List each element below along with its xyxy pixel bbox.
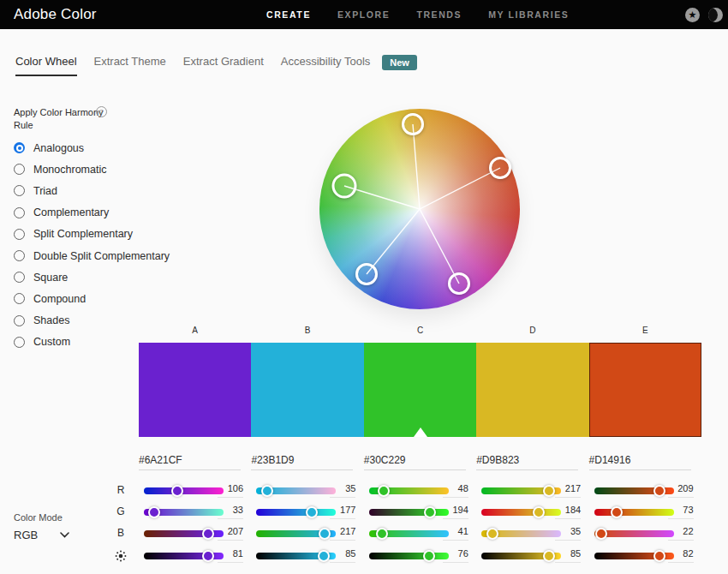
harmony-rule-triad[interactable]: Triad <box>14 180 170 201</box>
swatch-C[interactable] <box>364 343 476 437</box>
E-g-value-input[interactable]: 73 <box>668 505 694 519</box>
E-brightness-slider-handle[interactable] <box>653 550 665 562</box>
harmony-rule-label: Analogous <box>33 142 84 154</box>
wheel-marker-B[interactable] <box>355 263 378 285</box>
tab-color-wheel[interactable]: Color Wheel <box>15 55 77 76</box>
color-wheel[interactable] <box>319 109 520 309</box>
D-g-slider-handle[interactable] <box>533 506 545 518</box>
B-g-slider-handle[interactable] <box>306 506 318 518</box>
B-brightness-slider-handle[interactable] <box>318 550 330 562</box>
hex-input-D[interactable]: #D9B823 <box>476 454 578 470</box>
A-g-value-input[interactable]: 33 <box>218 505 243 519</box>
D-r-value-input[interactable]: 217 <box>555 483 581 498</box>
B-r-value-input[interactable]: 35 <box>330 483 355 498</box>
wheel-marker-D[interactable] <box>402 113 424 135</box>
harmony-rule-analogous[interactable]: Analogous <box>14 137 170 158</box>
nav-create[interactable]: CREATE <box>266 9 311 20</box>
star-circle-icon[interactable]: ★ <box>685 8 700 22</box>
D-r-slider-handle[interactable] <box>543 485 555 497</box>
harmony-rule-title: Apply Color Harmony Rule <box>14 106 104 132</box>
C-brightness-slider-handle[interactable] <box>423 550 435 562</box>
harmony-rule-complementary[interactable]: Complementary <box>14 202 170 224</box>
swatch-label-D: D <box>476 326 588 335</box>
nav-my-libraries[interactable]: MY LIBRARIES <box>488 9 569 20</box>
harmony-rule-label: Complementary <box>33 206 109 218</box>
A-brightness-slider-handle[interactable] <box>202 550 214 562</box>
swatch-A[interactable] <box>139 343 251 437</box>
wheel-marker-C[interactable] <box>332 174 357 199</box>
B-g-slider-track[interactable] <box>256 509 336 516</box>
E-brightness-value-input[interactable]: 82 <box>668 548 694 563</box>
B-g-value-input[interactable]: 177 <box>330 505 355 519</box>
C-g-slider-handle[interactable] <box>424 506 436 518</box>
C-b-value-input[interactable]: 41 <box>443 526 468 541</box>
tab-extract-theme[interactable]: Extract Theme <box>94 55 166 76</box>
C-brightness-slider-track[interactable] <box>369 553 449 559</box>
E-r-slider-handle[interactable] <box>653 485 665 497</box>
E-b-value-input[interactable]: 22 <box>668 526 694 541</box>
C-b-slider-handle[interactable] <box>376 528 388 540</box>
radio-icon <box>14 229 25 240</box>
tab-extract-gradient[interactable]: Extract Gradient <box>183 55 264 76</box>
color-mode-label: Color Mode <box>14 512 63 523</box>
E-r-value-input[interactable]: 209 <box>668 483 694 498</box>
C-r-value-input[interactable]: 48 <box>443 483 468 498</box>
brightness-icon <box>115 550 127 562</box>
B-b-value-input[interactable]: 217 <box>330 526 355 541</box>
harmony-rule-compound[interactable]: Compound <box>14 288 170 309</box>
radio-icon <box>14 315 25 326</box>
D-g-value-input[interactable]: 184 <box>555 505 581 519</box>
harmony-rule-square[interactable]: Square <box>14 266 170 288</box>
C-g-slider-track[interactable] <box>369 509 449 516</box>
A-b-slider-handle[interactable] <box>202 528 214 540</box>
D-brightness-value-input[interactable]: 85 <box>555 548 581 563</box>
C-r-slider-handle[interactable] <box>378 485 390 497</box>
wheel-marker-A[interactable] <box>448 272 470 295</box>
A-r-slider-track[interactable] <box>144 487 224 494</box>
hex-input-E[interactable]: #D14916 <box>589 454 691 470</box>
harmony-rule-split-complementary[interactable]: Split Complementary <box>14 224 170 245</box>
A-brightness-value-input[interactable]: 81 <box>218 548 243 563</box>
adobe-color-app: Adobe Color CREATEEXPLORETRENDSMY LIBRAR… <box>0 0 728 574</box>
A-g-slider-handle[interactable] <box>148 506 160 518</box>
B-b-slider-handle[interactable] <box>319 528 331 540</box>
nav-trends[interactable]: TRENDS <box>416 9 462 20</box>
tab-accessibility-tools[interactable]: Accessibility Tools <box>281 55 371 76</box>
hex-input-C[interactable]: #30C229 <box>364 454 466 470</box>
C-g-value-input[interactable]: 194 <box>443 505 468 519</box>
C-brightness-value-input[interactable]: 76 <box>443 548 468 563</box>
hex-input-B[interactable]: #23B1D9 <box>251 454 353 470</box>
base-color-indicator <box>414 428 427 437</box>
swatch-E[interactable] <box>589 343 701 437</box>
A-r-value-input[interactable]: 106 <box>218 483 243 498</box>
D-g-slider-track[interactable] <box>481 509 561 516</box>
radio-icon <box>14 250 25 261</box>
E-b-slider-handle[interactable] <box>595 528 607 540</box>
moon-avatar-icon[interactable] <box>708 8 723 22</box>
radio-icon <box>14 272 25 283</box>
swatch-B[interactable] <box>251 343 363 437</box>
B-r-slider-handle[interactable] <box>261 485 273 497</box>
A-b-value-input[interactable]: 207 <box>218 526 243 541</box>
harmony-rule-double-split-complementary[interactable]: Double Split Complementary <box>14 245 170 266</box>
radio-icon <box>14 142 25 153</box>
color-mode-current: RGB <box>14 529 38 541</box>
D-b-value-input[interactable]: 35 <box>555 526 581 541</box>
D-b-slider-handle[interactable] <box>486 528 498 540</box>
swatch-label-A: A <box>139 326 251 335</box>
help-icon[interactable]: ? <box>96 106 107 117</box>
E-g-slider-handle[interactable] <box>611 506 623 518</box>
hex-input-A[interactable]: #6A21CF <box>139 454 241 470</box>
top-header: Adobe Color CREATEEXPLORETRENDSMY LIBRAR… <box>0 0 728 29</box>
D-brightness-slider-handle[interactable] <box>543 550 555 562</box>
harmony-rule-monochromatic[interactable]: Monochromatic <box>14 158 170 180</box>
A-r-slider-handle[interactable] <box>171 485 183 497</box>
swatch-D[interactable] <box>476 343 588 437</box>
harmony-rule-label: Custom <box>33 336 70 348</box>
wheel-marker-E[interactable] <box>489 157 511 179</box>
B-brightness-value-input[interactable]: 85 <box>330 548 355 563</box>
nav-explore[interactable]: EXPLORE <box>337 9 390 20</box>
E-g-slider-track[interactable] <box>594 509 674 516</box>
color-mode-select[interactable]: RGB <box>14 529 69 541</box>
app-logo[interactable]: Adobe Color <box>14 6 97 23</box>
